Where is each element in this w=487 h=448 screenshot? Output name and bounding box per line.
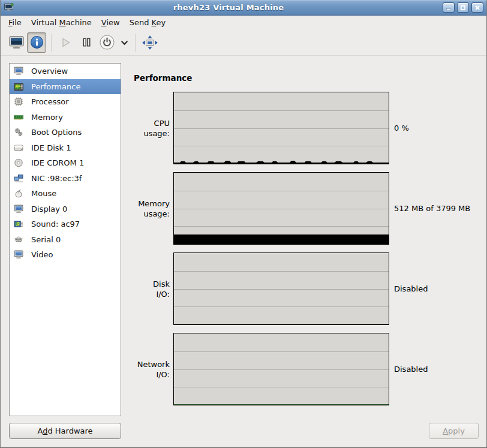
menubar: File Virtual Machine View Send Key [1,16,486,29]
sidebar-item-label: Memory [31,113,63,122]
sidebar-item-label: Sound: ac97 [31,220,80,228]
close-icon [474,5,480,11]
device-list: Overview Performance [9,63,121,416]
hard-disk-icon [13,143,24,153]
disk-io-graph [173,252,389,325]
info-icon [30,35,44,49]
run-button[interactable] [56,32,76,53]
maximize-button[interactable] [457,2,469,13]
shutdown-button[interactable] [97,32,116,53]
sidebar-item-label: Video [31,250,53,259]
memory-usage-series [174,234,389,244]
power-icon [99,34,115,50]
menu-virtual-machine[interactable]: Virtual Machine [26,16,97,29]
sound-card-icon [13,219,24,229]
apply-button[interactable]: Apply [429,423,479,439]
video-icon [13,249,24,260]
sidebar-item-performance[interactable]: Performance [10,79,121,95]
network-io-graph [173,333,389,405]
serial-port-icon [13,234,24,245]
performance-graph-icon [13,82,24,92]
console-monitor-icon [9,35,24,49]
network-io-label: NetworkI/O: [134,359,173,380]
minimize-button[interactable] [443,2,455,13]
pause-button[interactable] [77,32,96,53]
play-icon [59,36,73,49]
shutdown-button-group [97,32,131,53]
details-view-button[interactable] [27,32,46,53]
vm-window-icon [4,3,14,12]
sidebar-item-label: IDE Disk 1 [31,143,71,152]
pause-icon [80,36,93,49]
sidebar-item-sound[interactable]: Sound: ac97 [10,217,121,232]
toolbar [1,29,486,56]
memory-usage-graph [173,172,389,245]
network-io-value: Disabled [394,365,428,374]
shutdown-menu-button[interactable] [121,37,128,48]
sidebar-item-label: IDE CDROM 1 [31,158,84,167]
display-icon [13,204,24,214]
sidebar-item-ide-cdrom-1[interactable]: IDE CDROM 1 [10,155,121,171]
memory-stick-icon [13,112,24,122]
cpu-usage-value: 0 % [394,124,409,133]
sidebar-item-label: Mouse [31,189,56,198]
cpu-usage-series [174,157,389,164]
sidebar-item-nic[interactable]: NIC :98:ec:3f [10,171,121,187]
add-hardware-button[interactable]: Add Hardware [9,423,121,439]
cpu-usage-label: CPUusage: [134,118,173,139]
virtual-machine-window: rhevh23 Virtual Machine File Virtual Mac… [0,0,487,448]
memory-usage-label: Memoryusage: [134,199,173,219]
page-title: Performance [134,73,479,83]
bottom-bar: Add Hardware Apply [1,416,486,447]
cdrom-icon [13,158,24,168]
cpu-usage-row: CPUusage: 0 % [134,92,479,164]
disk-io-label: DiskI/O: [134,279,173,299]
titlebar[interactable]: rhevh23 Virtual Machine [1,0,486,16]
sidebar-item-label: Serial 0 [31,235,61,244]
fullscreen-button[interactable] [140,32,160,53]
sidebar-item-label: NIC :98:ec:3f [31,174,82,183]
sidebar-item-label: Display 0 [31,205,67,214]
network-io-series [174,404,389,405]
sidebar-item-serial-0[interactable]: Serial 0 [10,232,121,248]
sidebar-item-label: Overview [31,67,68,76]
toolbar-separator [135,34,136,52]
sidebar-item-processor[interactable]: Processor [10,94,121,110]
sidebar-item-label: Performance [31,82,80,91]
disk-io-value: Disabled [394,284,428,293]
window-title: rhevh23 Virtual Machine [14,3,443,12]
gears-icon [13,127,24,137]
performance-panel: Performance CPUusage: 0 % Memoryusage: [121,63,479,416]
fullscreen-icon [142,35,158,50]
cpu-chip-icon [13,97,24,107]
sidebar-item-boot-options[interactable]: Boot Options [10,125,121,140]
sidebar-item-overview[interactable]: Overview [10,64,121,79]
menu-view[interactable]: View [97,16,125,29]
toolbar-separator [51,34,52,52]
memory-usage-row: Memoryusage: 512 MB of 3799 MB [134,172,479,245]
memory-usage-value: 512 MB of 3799 MB [394,204,470,213]
network-io-row: NetworkI/O: Disabled [134,333,479,405]
minimize-icon [446,5,452,11]
console-view-button[interactable] [7,32,26,53]
menu-send-key[interactable]: Send Key [125,16,170,29]
disk-io-series [174,324,389,324]
menu-file[interactable]: File [4,16,26,29]
sidebar: Overview Performance [9,63,121,416]
sidebar-item-video[interactable]: Video [10,247,121,263]
sidebar-item-mouse[interactable]: Mouse [10,186,121,202]
cpu-usage-graph [173,92,389,164]
maximize-icon [460,5,466,11]
content-area: Overview Performance [1,56,486,416]
sidebar-item-memory[interactable]: Memory [10,110,121,125]
sidebar-item-label: Boot Options [31,128,82,137]
sidebar-item-ide-disk-1[interactable]: IDE Disk 1 [10,140,121,156]
disk-io-row: DiskI/O: Disabled [134,252,479,325]
network-icon [13,173,24,184]
sidebar-item-label: Processor [31,97,69,106]
computer-icon [13,66,24,76]
mouse-icon [13,188,24,199]
chevron-down-icon [121,40,128,46]
sidebar-item-display-0[interactable]: Display 0 [10,202,121,217]
close-button[interactable] [471,2,483,13]
